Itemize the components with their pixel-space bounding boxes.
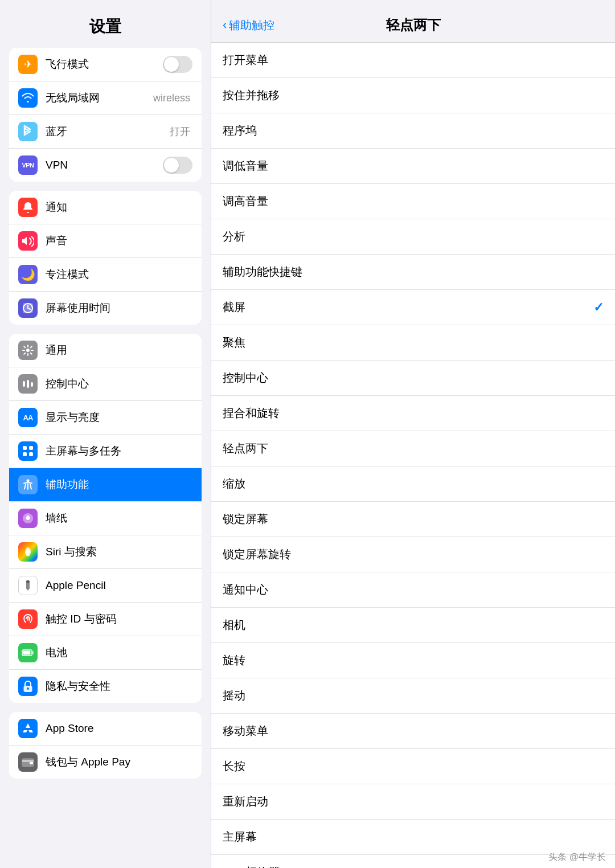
sidebar-item-bluetooth[interactable]: 蓝牙 打开 — [9, 115, 202, 149]
sidebar-item-privacy[interactable]: 隐私与安全性 — [9, 670, 202, 703]
svg-point-19 — [27, 687, 29, 690]
sidebar-item-touchid[interactable]: 触控 ID 与密码 — [9, 603, 202, 636]
restart-label: 重新启动 — [223, 794, 268, 809]
list-item-dock[interactable]: 程序坞 — [211, 113, 615, 149]
sidebar-item-wallet[interactable]: 钱包与 Apple Pay — [9, 746, 202, 779]
wallpaper-icon — [18, 509, 38, 528]
controlcenter-icon — [18, 374, 38, 394]
wifi-icon — [18, 88, 38, 108]
sidebar-item-sound[interactable]: 声音 — [9, 224, 202, 258]
svg-rect-3 — [23, 381, 25, 387]
move-menu-label: 移动菜单 — [223, 723, 268, 739]
bluetooth-icon — [18, 122, 38, 141]
list-item-move-menu[interactable]: 移动菜单 — [211, 714, 615, 749]
zoom-label: 缩放 — [223, 476, 245, 492]
sound-label: 声音 — [46, 234, 192, 248]
list-item-screenshot[interactable]: 截屏 ✓ — [211, 290, 615, 325]
touchid-icon — [18, 609, 38, 629]
wifi-value: wireless — [153, 92, 190, 104]
list-item-open-menu[interactable]: 打开菜单 — [211, 43, 615, 78]
sidebar-item-wifi[interactable]: 无线局域网 wireless — [9, 81, 202, 115]
sidebar-item-siri[interactable]: Siri 与搜索 — [9, 535, 202, 569]
sidebar-item-appstore[interactable]: App Store — [9, 712, 202, 746]
analyze-label: 分析 — [223, 229, 245, 244]
sound-icon — [18, 231, 38, 251]
list-item-long-press[interactable]: 长按 — [211, 749, 615, 784]
sidebar-item-vpn[interactable]: VPN VPN — [9, 149, 202, 182]
list-item-shortcut[interactable]: 辅助功能快捷键 — [211, 255, 615, 290]
list-item-vol-down[interactable]: 调低音量 — [211, 149, 615, 184]
svg-rect-16 — [32, 651, 34, 654]
list-item-shake[interactable]: 摇动 — [211, 678, 615, 714]
sidebar-item-display[interactable]: AA 显示与亮度 — [9, 401, 202, 435]
sidebar-item-applepencil[interactable]: Apple Pencil — [9, 569, 202, 603]
sidebar-group-system: 通用 控制中心 AA 显示与亮度 — [9, 334, 202, 703]
applepencil-icon — [18, 576, 38, 595]
vol-up-label: 调高音量 — [223, 194, 268, 209]
list-item-focus[interactable]: 聚焦 — [211, 325, 615, 361]
right-panel-title: 轻点两下 — [223, 16, 604, 34]
list-item-double-tap[interactable]: 轻点两下 — [211, 431, 615, 466]
list-item-control-center[interactable]: 控制中心 — [211, 361, 615, 396]
list-item-lock-screen[interactable]: 锁定屏幕 — [211, 502, 615, 537]
list-item-app-switcher[interactable]: App 切换器 — [211, 855, 615, 868]
app-switcher-label: App 切换器 — [223, 865, 280, 868]
wifi-label: 无线局域网 — [46, 91, 153, 105]
list-item-lock-rotate[interactable]: 锁定屏幕旋转 — [211, 537, 615, 572]
airplane-toggle[interactable] — [163, 56, 192, 73]
vol-down-label: 调低音量 — [223, 158, 268, 174]
rotate-label: 旋转 — [223, 653, 245, 668]
sidebar-item-screentime[interactable]: 屏幕使用时间 — [9, 292, 202, 325]
list-item-pinch-rotate[interactable]: 捏合和旋转 — [211, 396, 615, 431]
list-item-notification-center[interactable]: 通知中心 — [211, 572, 615, 608]
sidebar-item-battery[interactable]: 电池 — [9, 636, 202, 670]
applepencil-label: Apple Pencil — [46, 579, 192, 592]
sidebar-item-notification[interactable]: 通知 — [9, 191, 202, 224]
screenshot-checkmark: ✓ — [593, 300, 604, 315]
touchid-label: 触控 ID 与密码 — [46, 612, 192, 627]
press-move-label: 按住并拖移 — [223, 88, 280, 103]
list-item-analyze[interactable]: 分析 — [211, 219, 615, 255]
list-item-restart[interactable]: 重新启动 — [211, 784, 615, 820]
appstore-label: App Store — [46, 722, 192, 735]
lock-rotate-label: 锁定屏幕旋转 — [223, 547, 291, 562]
sidebar-item-controlcenter[interactable]: 控制中心 — [9, 367, 202, 401]
notification-label: 通知 — [46, 200, 192, 215]
vpn-icon: VPN — [18, 155, 38, 175]
list-item-camera[interactable]: 相机 — [211, 608, 615, 643]
svg-rect-14 — [26, 580, 30, 583]
back-button[interactable]: ‹ 辅助触控 — [223, 18, 274, 33]
camera-label: 相机 — [223, 617, 245, 633]
list-item-zoom[interactable]: 缩放 — [211, 466, 615, 502]
open-menu-label: 打开菜单 — [223, 52, 268, 68]
display-label: 显示与亮度 — [46, 410, 192, 425]
sidebar-item-focus[interactable]: 🌙 专注模式 — [9, 258, 202, 292]
sidebar-title: 设置 — [0, 0, 211, 48]
sidebar-item-wallpaper[interactable]: 墙纸 — [9, 502, 202, 535]
display-icon: AA — [18, 408, 38, 427]
accessibility-label: 辅助功能 — [46, 477, 192, 492]
sidebar-item-general[interactable]: 通用 — [9, 334, 202, 367]
screentime-icon — [18, 298, 38, 318]
sidebar-item-airplane[interactable]: ✈ 飞行模式 — [9, 48, 202, 81]
airplane-icon: ✈ — [18, 55, 38, 74]
right-panel-list: 打开菜单 按住并拖移 程序坞 调低音量 调高音量 分析 辅助功能快捷键 截屏 ✓… — [211, 43, 615, 868]
dock-label: 程序坞 — [223, 123, 257, 138]
svg-rect-4 — [27, 380, 29, 388]
privacy-label: 隐私与安全性 — [46, 679, 192, 694]
battery-icon — [18, 643, 38, 662]
focus-label2: 聚焦 — [223, 335, 245, 350]
sidebar-item-accessibility[interactable]: 辅助功能 — [9, 468, 202, 502]
svg-rect-22 — [30, 762, 33, 764]
vpn-toggle[interactable] — [163, 157, 192, 174]
airplane-label: 飞行模式 — [46, 57, 163, 72]
list-item-rotate[interactable]: 旋转 — [211, 643, 615, 678]
home-screen-label: 主屏幕 — [223, 829, 257, 845]
list-item-press-move[interactable]: 按住并拖移 — [211, 78, 615, 113]
sidebar-item-homescreen[interactable]: 主屏幕与多任务 — [9, 435, 202, 468]
svg-point-2 — [26, 349, 30, 352]
list-item-vol-up[interactable]: 调高音量 — [211, 184, 615, 219]
svg-rect-9 — [29, 452, 33, 456]
list-item-home-screen[interactable]: 主屏幕 — [211, 820, 615, 855]
appstore-icon — [18, 719, 38, 738]
